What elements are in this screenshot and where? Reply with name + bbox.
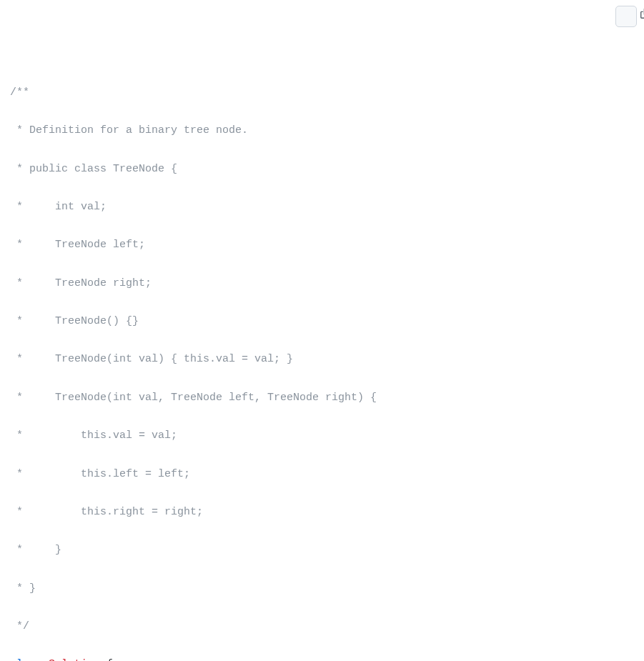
code-line: * TreeNode right; <box>10 274 634 294</box>
code-line: /** <box>10 84 634 103</box>
code-line: * this.left = left; <box>10 465 634 484</box>
code-line: * Definition for a binary tree node. <box>10 121 634 141</box>
code-line: * TreeNode() {} <box>10 312 634 332</box>
code-line: * TreeNode left; <box>10 236 634 255</box>
code-line: * this.right = right; <box>10 503 634 522</box>
code-line: * this.val = val; <box>10 427 634 446</box>
code-block: /** * Definition for a binary tree node.… <box>0 0 644 661</box>
code-line: * TreeNode(int val) { this.val = val; } <box>10 350 634 369</box>
code-line: * } <box>10 541 634 560</box>
code-line: class Solution { <box>10 655 634 661</box>
code-line: */ <box>10 617 634 637</box>
code-line: * public class TreeNode { <box>10 160 634 179</box>
copy-icon <box>602 0 645 45</box>
copy-button[interactable] <box>615 6 637 27</box>
code-line: * TreeNode(int val, TreeNode left, TreeN… <box>10 389 634 408</box>
code-line: * int val; <box>10 198 634 217</box>
code-line: * } <box>10 580 634 599</box>
